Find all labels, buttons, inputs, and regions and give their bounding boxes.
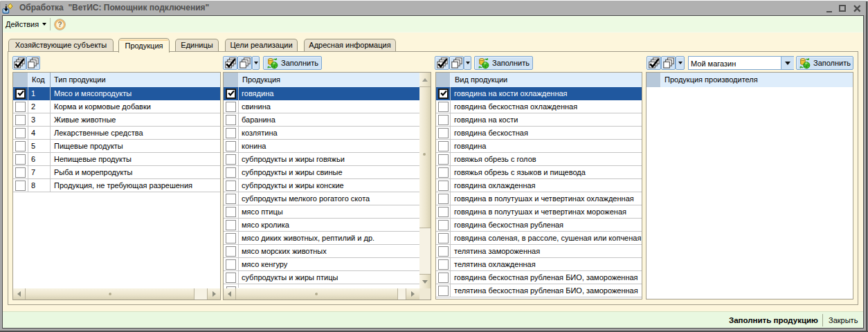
svg-text:?: ? [57, 21, 62, 28]
